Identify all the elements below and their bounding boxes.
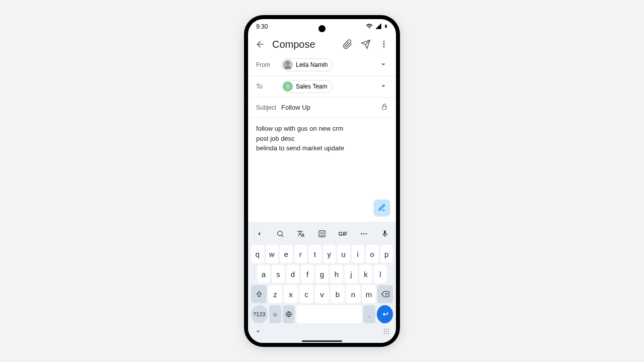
body-line-1: follow up with gus on new crm xyxy=(256,124,388,134)
app-bar-title: Compose xyxy=(272,39,336,50)
subject-label: Subject xyxy=(256,104,281,111)
from-label: From xyxy=(256,61,281,68)
svg-point-7 xyxy=(363,233,365,235)
attach-button[interactable] xyxy=(342,38,354,50)
camera-dot xyxy=(318,25,326,32)
key-s[interactable]: s xyxy=(272,265,285,283)
key-v[interactable]: v xyxy=(315,285,329,303)
from-field[interactable]: From Leila Namih xyxy=(248,54,396,76)
email-body[interactable]: follow up with gus on new crm post job d… xyxy=(248,118,396,222)
svg-point-18 xyxy=(388,333,389,334)
kb-gif-icon[interactable]: GIF xyxy=(336,227,350,241)
key-m[interactable]: m xyxy=(362,285,376,303)
svg-point-13 xyxy=(384,331,385,332)
to-field[interactable]: To S Sales Team xyxy=(248,76,396,98)
smart-compose-button[interactable] xyxy=(374,200,390,216)
from-expand-icon[interactable] xyxy=(379,60,388,70)
kb-grid-icon[interactable] xyxy=(383,328,390,337)
kb-search-icon[interactable] xyxy=(273,227,287,241)
key-language[interactable] xyxy=(283,305,295,323)
svg-point-11 xyxy=(386,329,387,330)
key-enter[interactable] xyxy=(377,305,393,323)
svg-point-12 xyxy=(388,329,389,330)
to-label: To xyxy=(256,83,281,90)
key-r[interactable]: r xyxy=(294,245,307,263)
battery-icon xyxy=(384,23,388,31)
to-expand-icon[interactable] xyxy=(379,81,388,92)
kb-translate-icon[interactable] xyxy=(294,227,308,241)
key-w[interactable]: w xyxy=(266,245,279,263)
key-u[interactable]: u xyxy=(337,245,350,263)
key-e[interactable]: e xyxy=(280,245,293,263)
kb-bottom-bar xyxy=(250,324,394,338)
key-f[interactable]: f xyxy=(301,265,314,283)
key-h[interactable]: h xyxy=(330,265,343,283)
svg-point-4 xyxy=(320,233,321,233)
kb-row-1: q w e r t y u i o p xyxy=(250,244,394,264)
key-space[interactable] xyxy=(296,305,362,323)
signal-icon xyxy=(375,23,382,31)
key-q[interactable]: q xyxy=(251,245,264,263)
key-l[interactable]: l xyxy=(374,265,387,283)
wifi-icon xyxy=(366,23,373,31)
svg-rect-1 xyxy=(382,106,386,109)
key-z[interactable]: z xyxy=(268,285,282,303)
key-j[interactable]: j xyxy=(345,265,358,283)
from-chip[interactable]: Leila Namih xyxy=(281,58,333,71)
key-n[interactable]: n xyxy=(346,285,360,303)
kb-back-icon[interactable] xyxy=(252,227,266,241)
svg-point-17 xyxy=(386,333,387,334)
kb-row-3: z x c v b n m xyxy=(250,284,394,304)
to-avatar: S xyxy=(283,81,293,92)
svg-point-15 xyxy=(388,331,389,332)
key-x[interactable]: x xyxy=(284,285,298,303)
from-avatar xyxy=(283,60,293,70)
to-name: Sales Team xyxy=(296,83,327,90)
svg-point-2 xyxy=(277,231,282,236)
kb-sticker-icon[interactable] xyxy=(315,227,329,241)
key-b[interactable]: b xyxy=(331,285,345,303)
keyboard-toolbar: GIF xyxy=(250,224,394,244)
subject-value: Follow Up xyxy=(281,104,310,111)
kb-more-icon[interactable] xyxy=(357,227,371,241)
kb-mic-icon[interactable] xyxy=(378,227,392,241)
key-emoji[interactable]: ☺ xyxy=(269,305,281,323)
key-d[interactable]: d xyxy=(286,265,299,283)
key-k[interactable]: k xyxy=(359,265,372,283)
home-indicator[interactable] xyxy=(302,340,342,342)
key-c[interactable]: c xyxy=(299,285,313,303)
to-chip[interactable]: S Sales Team xyxy=(281,80,333,93)
kb-collapse-icon[interactable] xyxy=(254,327,262,337)
svg-point-6 xyxy=(361,233,362,235)
key-o[interactable]: o xyxy=(366,245,379,263)
kb-row-4: ?123 ☺ . xyxy=(250,304,394,324)
more-button[interactable] xyxy=(378,38,390,50)
key-backspace[interactable] xyxy=(377,285,393,303)
send-button[interactable] xyxy=(360,38,372,50)
kb-row-2: a s d f g h j k l xyxy=(250,264,394,284)
key-period[interactable]: . xyxy=(363,305,375,323)
app-bar: Compose xyxy=(248,34,396,54)
screen: 9:30 Compose From xyxy=(248,19,396,343)
key-i[interactable]: i xyxy=(352,245,365,263)
body-line-2: post job desc xyxy=(256,134,388,144)
subject-field[interactable]: Subject Follow Up xyxy=(248,98,396,118)
lock-icon[interactable] xyxy=(381,103,388,112)
key-t[interactable]: t xyxy=(308,245,321,263)
svg-point-16 xyxy=(384,333,385,334)
key-g[interactable]: g xyxy=(315,265,329,283)
key-shift[interactable] xyxy=(251,285,267,303)
key-p[interactable]: p xyxy=(380,245,393,263)
key-y[interactable]: y xyxy=(323,245,336,263)
key-symbols[interactable]: ?123 xyxy=(251,305,268,323)
svg-point-5 xyxy=(323,233,323,233)
svg-point-10 xyxy=(384,329,385,330)
key-a[interactable]: a xyxy=(257,265,270,283)
keyboard: GIF q w e r t y u i o p a s d f g xyxy=(248,222,396,343)
svg-point-8 xyxy=(366,233,367,235)
from-name: Leila Namih xyxy=(296,61,328,68)
status-time: 9:30 xyxy=(256,23,268,30)
back-button[interactable] xyxy=(254,38,266,50)
svg-point-14 xyxy=(386,331,387,332)
phone-frame: 9:30 Compose From xyxy=(244,15,400,347)
